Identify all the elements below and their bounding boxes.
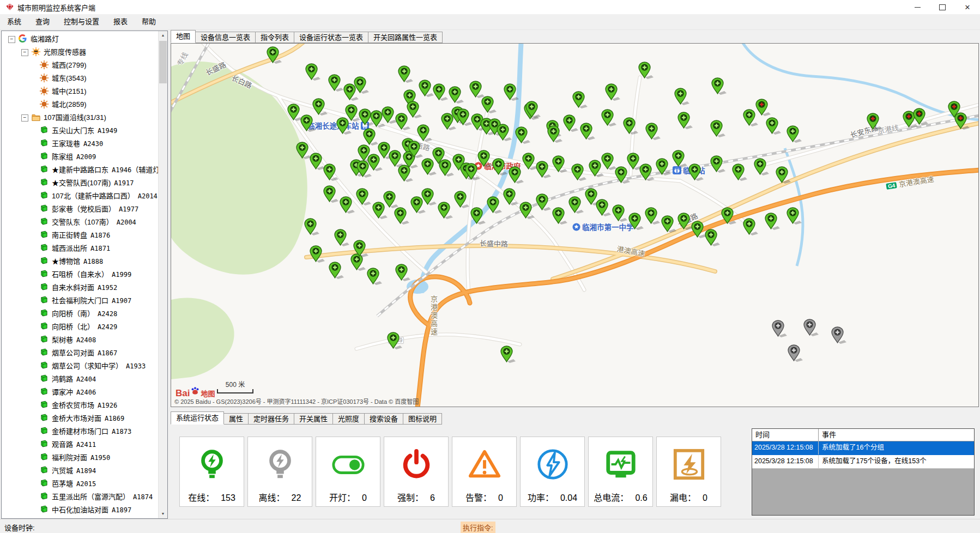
map-pin-online[interactable] <box>732 163 748 181</box>
tree-row[interactable]: 向阳桥（南）A2428 <box>3 307 158 320</box>
map-pin-online[interactable] <box>601 109 618 127</box>
tree-row[interactable]: 金桥大市场对面A1869 <box>3 412 158 425</box>
map-pin-online[interactable] <box>497 124 513 142</box>
map-pin-online[interactable] <box>677 112 694 130</box>
map-pin-online[interactable] <box>688 163 705 181</box>
map-pin-offline[interactable] <box>803 319 820 337</box>
map-pin-online[interactable] <box>310 245 326 263</box>
map-pin-online[interactable] <box>596 199 612 217</box>
map-pin-online[interactable] <box>645 207 661 225</box>
map-pin-online[interactable] <box>500 346 517 364</box>
tree-row[interactable]: 城中(2151) <box>3 85 158 98</box>
bottom-tab[interactable]: 定时器任务 <box>248 413 294 425</box>
tree-row[interactable]: 南正街转盘A1876 <box>3 229 158 242</box>
map-view[interactable]: 专线长盛路长白路长安西路长盛中路长盛路港澳高速京港澳高速京港线长安东路G4京港澳… <box>171 43 979 407</box>
map-pin-online[interactable] <box>787 207 803 225</box>
tree-row[interactable]: 交警队东（107南）A2004 <box>3 216 158 229</box>
map-tab[interactable]: 开关回路属性一览表 <box>368 32 443 43</box>
bottom-tab[interactable]: 光照度 <box>332 413 365 425</box>
tree-row[interactable]: ★建新中路路口东A1946（辅道灯） <box>3 163 158 177</box>
map-pin-online[interactable] <box>661 215 677 233</box>
map-pin-forced[interactable] <box>867 113 883 131</box>
tree-scrollbar[interactable]: ▲ ▼ <box>158 31 167 518</box>
map-pin-online[interactable] <box>525 101 542 119</box>
map-pin-online[interactable] <box>354 76 370 94</box>
map-pin-online[interactable] <box>623 117 639 135</box>
tree-row[interactable]: −107国道沿线(31/31) <box>3 111 158 124</box>
tree-row[interactable]: 城西(2799) <box>3 59 158 72</box>
tree-row[interactable]: ★交警队西(107南)A1917 <box>3 177 158 190</box>
map-pin-online[interactable] <box>383 191 400 209</box>
map-pin-online[interactable] <box>449 86 465 104</box>
expand-toggle[interactable]: − <box>21 114 28 122</box>
map-pin-online[interactable] <box>334 229 350 247</box>
menu-item[interactable]: 帮助 <box>135 16 163 28</box>
map-pin-online[interactable] <box>628 213 645 231</box>
scroll-up-icon[interactable]: ▲ <box>159 31 167 40</box>
tree-row[interactable]: −临湘路灯 <box>3 33 158 46</box>
map-pin-online[interactable] <box>304 218 320 236</box>
map-pin-online[interactable] <box>710 155 727 173</box>
tree-row[interactable]: 城东(3543) <box>3 72 158 85</box>
expand-toggle[interactable]: − <box>21 49 28 56</box>
map-pin-online[interactable] <box>470 207 487 225</box>
map-pin-online[interactable] <box>515 126 531 144</box>
map-pin-online[interactable] <box>477 150 494 168</box>
bottom-tab[interactable]: 属性 <box>223 413 249 425</box>
map-pin-forced[interactable] <box>954 112 971 130</box>
bottom-tab[interactable]: 图标说明 <box>403 413 442 425</box>
tree-row[interactable]: 五里派出所（富源汽配）A1874 <box>3 490 158 504</box>
scroll-down-icon[interactable]: ▼ <box>159 510 167 518</box>
map-pin-online[interactable] <box>639 163 656 181</box>
map-pin-online[interactable] <box>754 158 770 176</box>
map-pin-online[interactable] <box>454 191 470 209</box>
map-pin-online[interactable] <box>433 83 449 101</box>
event-row[interactable]: 2025/3/28 12:15:08系统加载了16个分组 <box>752 441 974 455</box>
tree-row[interactable]: 金桥建材市场门口A1873 <box>3 425 158 438</box>
map-tab[interactable]: 地图 <box>171 30 196 43</box>
map-tab[interactable]: 设备运行状态一览表 <box>294 32 368 43</box>
map-pin-online[interactable] <box>776 166 792 184</box>
bottom-tab[interactable]: 开关属性 <box>294 413 333 425</box>
map-pin-online[interactable] <box>395 264 412 282</box>
map-pin-forced[interactable] <box>755 99 772 117</box>
tree-row[interactable]: 福利院对面A1950 <box>3 451 158 464</box>
tree-row[interactable]: 城西派出所A1871 <box>3 242 158 255</box>
map-pin-online[interactable] <box>394 207 410 225</box>
map-pin-online[interactable] <box>481 96 498 114</box>
map-pin-online[interactable] <box>536 161 552 179</box>
map-pin-online[interactable] <box>705 229 721 247</box>
map-pin-online[interactable] <box>492 158 509 176</box>
tree-row[interactable]: −光照度传感器 <box>3 46 158 59</box>
map-pin-offline[interactable] <box>772 320 788 338</box>
tree-row[interactable]: 烟草公司（求知中学）A1933 <box>3 360 158 373</box>
map-pin-online[interactable] <box>547 125 564 143</box>
tree-row[interactable]: 中石化加油站对面A1897 <box>3 504 158 517</box>
map-pin-online[interactable] <box>328 74 344 92</box>
map-pin-online[interactable] <box>605 83 621 101</box>
tree-row[interactable]: 自来水斜对面A1952 <box>3 281 158 294</box>
map-pin-offline[interactable] <box>831 326 848 344</box>
map-pin-online[interactable] <box>323 163 340 181</box>
tree-row[interactable]: 汽贸城A1894 <box>3 464 158 477</box>
event-row[interactable]: 2025/3/28 12:15:08系统加载了175个设备，在线153个 <box>752 455 974 469</box>
map-pin-online[interactable] <box>340 196 356 214</box>
map-pin-online[interactable] <box>398 65 414 83</box>
map-pin-online[interactable] <box>568 196 585 214</box>
map-pin-online[interactable] <box>580 123 596 141</box>
map-pin-online[interactable] <box>552 155 568 173</box>
tree-row[interactable]: 王家珑巷A2430 <box>3 137 158 150</box>
map-pin-online[interactable] <box>563 114 579 132</box>
map-pin-online[interactable] <box>674 88 691 106</box>
tree-row[interactable]: 陈家组A2009 <box>3 150 158 163</box>
bottom-tab[interactable]: 系统运行状态 <box>171 411 224 425</box>
map-tab[interactable]: 指令列表 <box>255 32 294 43</box>
map-pin-online[interactable] <box>504 83 520 101</box>
map-pin-online[interactable] <box>329 262 345 280</box>
map-pin-online[interactable] <box>312 98 329 116</box>
map-pin-online[interactable] <box>743 218 759 236</box>
tree-row[interactable]: 谭家冲A2406 <box>3 386 158 399</box>
map-pin-online[interactable] <box>721 207 737 225</box>
map-pin-online[interactable] <box>571 163 588 181</box>
map-pin-offline[interactable] <box>788 344 804 362</box>
